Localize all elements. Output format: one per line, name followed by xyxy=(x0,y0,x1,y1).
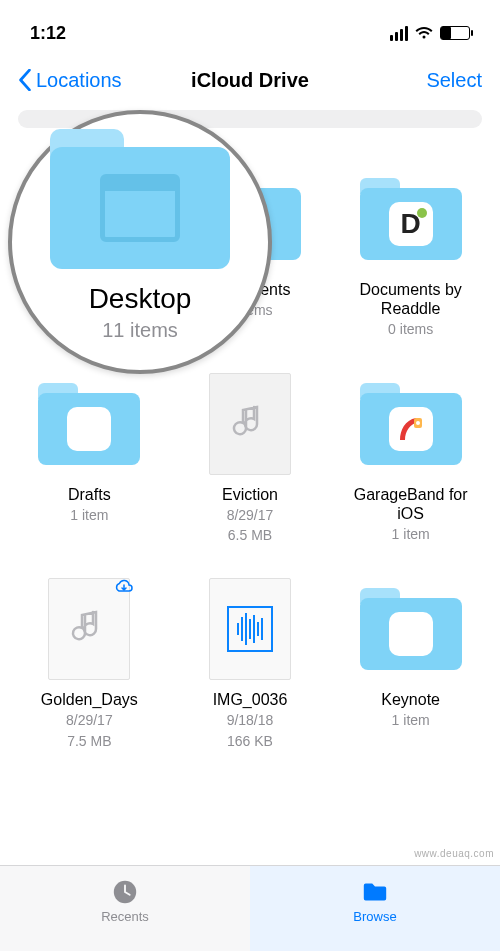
item-label: Documents by Readdle xyxy=(346,280,476,318)
item-subtitle2: 7.5 MB xyxy=(67,732,111,750)
folder-icon xyxy=(360,383,462,465)
tab-recents[interactable]: Recents xyxy=(0,866,250,951)
status-bar: 1:12 xyxy=(0,0,500,50)
wifi-icon xyxy=(414,26,434,40)
folder-keynote[interactable]: Keynote 1 item xyxy=(339,576,482,750)
item-subtitle: 1 item xyxy=(392,711,430,729)
item-label: Drafts xyxy=(68,485,111,504)
battery-icon xyxy=(440,26,470,40)
svg-rect-4 xyxy=(402,625,420,637)
item-subtitle2: 166 KB xyxy=(227,732,273,750)
folder-icon xyxy=(360,588,462,670)
back-button[interactable]: Locations xyxy=(18,69,122,92)
tab-bar: Recents Browse xyxy=(0,865,500,951)
garageband-app-icon xyxy=(389,407,433,451)
folder-documents-by-readdle[interactable]: Documents by Readdle 0 items xyxy=(339,166,482,339)
watermark: www.deuaq.com xyxy=(414,848,494,859)
chevron-left-icon xyxy=(18,69,32,91)
item-subtitle: 8/29/17 xyxy=(227,506,274,524)
tab-browse[interactable]: Browse xyxy=(250,866,500,951)
audio-file-icon xyxy=(209,373,291,475)
folder-icon xyxy=(360,878,390,906)
back-label: Locations xyxy=(36,69,122,92)
item-subtitle: 1 item xyxy=(70,506,108,524)
svg-point-3 xyxy=(416,421,420,425)
folder-icon xyxy=(360,178,462,260)
drafts-app-icon xyxy=(67,407,111,451)
item-subtitle: 0 items xyxy=(388,320,433,338)
item-label: IMG_0036 xyxy=(213,690,288,709)
item-label: Keynote xyxy=(381,690,440,709)
folder-garageband[interactable]: GarageBand for iOS 1 item xyxy=(339,371,482,545)
svg-rect-0 xyxy=(80,420,98,438)
tab-label: Browse xyxy=(353,909,396,924)
item-label: Golden_Days xyxy=(41,690,138,709)
magnifier-overlay: Desktop 11 items xyxy=(8,110,272,374)
cloud-download-icon xyxy=(113,575,135,601)
svg-rect-1 xyxy=(84,424,94,434)
cellular-signal-icon xyxy=(390,26,408,41)
svg-rect-5 xyxy=(410,637,412,643)
folder-icon xyxy=(38,383,140,465)
magnified-item-label: Desktop xyxy=(89,283,192,315)
folder-drafts[interactable]: Drafts 1 item xyxy=(18,371,161,545)
file-eviction[interactable]: Eviction 8/29/17 6.5 MB xyxy=(179,371,322,545)
readdle-app-icon xyxy=(389,202,433,246)
tab-label: Recents xyxy=(101,909,149,924)
clock-icon xyxy=(110,878,140,906)
file-img-0036[interactable]: IMG_0036 9/18/18 166 KB xyxy=(179,576,322,750)
status-indicators xyxy=(390,26,470,41)
magnified-folder-icon xyxy=(50,129,230,269)
file-golden-days[interactable]: Golden_Days 8/29/17 7.5 MB xyxy=(18,576,161,750)
nav-bar: Locations iCloud Drive Select xyxy=(0,50,500,110)
keynote-app-icon xyxy=(389,612,433,656)
item-subtitle: 8/29/17 xyxy=(66,711,113,729)
select-button[interactable]: Select xyxy=(426,69,482,92)
svg-rect-6 xyxy=(406,643,416,645)
item-label: GarageBand for iOS xyxy=(346,485,476,523)
magnified-item-subtitle: 11 items xyxy=(102,319,178,342)
audio-file-icon xyxy=(48,578,130,680)
audio-waveform-file-icon xyxy=(209,578,291,680)
status-time: 1:12 xyxy=(30,23,66,44)
item-subtitle: 9/18/18 xyxy=(227,711,274,729)
item-label: Eviction xyxy=(222,485,278,504)
item-subtitle2: 6.5 MB xyxy=(228,526,272,544)
item-subtitle: 1 item xyxy=(392,525,430,543)
